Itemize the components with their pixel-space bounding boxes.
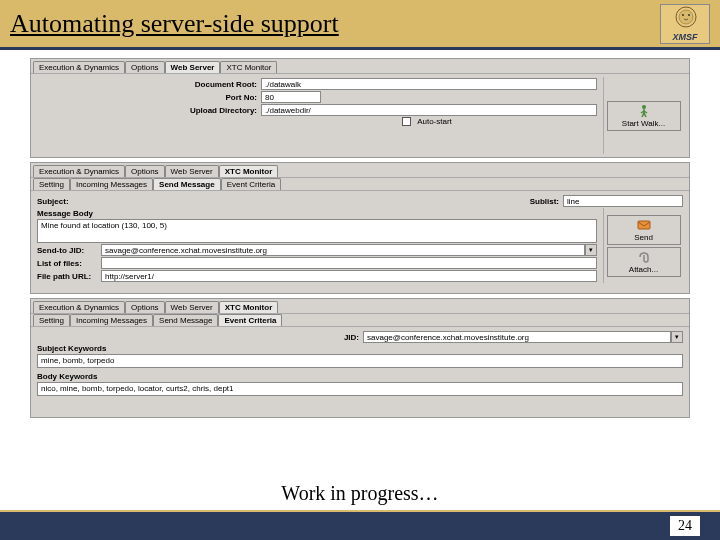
svg-point-4 xyxy=(642,105,646,109)
upload-field[interactable]: ./datawebdir/ xyxy=(261,104,597,116)
slide-footer: 24 xyxy=(0,510,720,540)
tabs-row-2: Execution & Dynamics Options Web Server … xyxy=(31,163,689,177)
sublist-field[interactable]: line xyxy=(563,195,683,207)
panel-event-criteria: Execution & Dynamics Options Web Server … xyxy=(30,298,690,418)
sendto-field[interactable]: savage@conference.xchat.movesinstitute.o… xyxy=(101,244,585,256)
files-field[interactable] xyxy=(101,257,597,269)
tab-exec-dynamics[interactable]: Execution & Dynamics xyxy=(33,61,125,73)
tab3-options[interactable]: Options xyxy=(125,301,165,313)
panels-area: Execution & Dynamics Options Web Server … xyxy=(0,50,720,480)
start-walk-button[interactable]: Start Walk... xyxy=(607,101,681,131)
tabs-row-1: Execution & Dynamics Options Web Server … xyxy=(31,59,689,73)
page-number: 24 xyxy=(670,516,700,536)
subj-kw-field[interactable]: mine, bomb, torpedo xyxy=(37,354,683,368)
subtab3-event-criteria[interactable]: Event Criteria xyxy=(218,314,282,326)
tab2-xtc-monitor[interactable]: XTC Monitor xyxy=(219,165,279,177)
tab-web-server[interactable]: Web Server xyxy=(165,61,221,73)
caption: Work in progress… xyxy=(0,482,720,505)
logo-text: XMSF xyxy=(672,32,697,42)
subtab3-send-message[interactable]: Send Message xyxy=(153,314,218,326)
logo: XMSF xyxy=(660,4,710,44)
msg-body-field[interactable]: Mine found at location (130, 100, 5) xyxy=(37,219,597,243)
svg-rect-5 xyxy=(638,221,650,229)
subtab-incoming[interactable]: Incoming Messages xyxy=(70,178,153,190)
walk-icon xyxy=(635,104,653,118)
sendto-label: Send-to JID: xyxy=(37,246,97,255)
port-field[interactable]: 80 xyxy=(261,91,321,103)
attach-button[interactable]: Attach... xyxy=(607,247,681,277)
filepath-label: File path URL: xyxy=(37,272,97,281)
body-kw-field[interactable]: nico, mine, bomb, torpedo, locator, curt… xyxy=(37,382,683,396)
jid-field[interactable]: savage@conference.xchat.movesinstitute.o… xyxy=(363,331,671,343)
port-label: Port No: xyxy=(177,93,257,102)
filepath-field[interactable]: http://server1/ xyxy=(101,270,597,282)
subtabs-row-2: Setting Incoming Messages Send Message E… xyxy=(31,177,689,190)
doc-root-label: Document Root: xyxy=(177,80,257,89)
svg-point-1 xyxy=(679,10,693,24)
send-icon xyxy=(635,218,653,232)
svg-point-3 xyxy=(688,14,690,16)
sendto-dropdown-icon[interactable]: ▾ xyxy=(585,244,597,256)
svg-point-2 xyxy=(682,14,684,16)
subject-label: Subject: xyxy=(37,197,87,206)
subtab-setting[interactable]: Setting xyxy=(33,178,70,190)
files-label: List of files: xyxy=(37,259,97,268)
subtab-event-criteria[interactable]: Event Criteria xyxy=(221,178,281,190)
body-kw-label: Body Keywords xyxy=(37,372,683,381)
tab-options[interactable]: Options xyxy=(125,61,165,73)
subtab3-incoming[interactable]: Incoming Messages xyxy=(70,314,153,326)
msg-body-label: Message Body xyxy=(37,209,597,218)
jid-label: JID: xyxy=(344,333,359,342)
tab2-options[interactable]: Options xyxy=(125,165,165,177)
tab3-exec-dynamics[interactable]: Execution & Dynamics xyxy=(33,301,125,313)
tab-xtc-monitor[interactable]: XTC Monitor xyxy=(220,61,277,73)
tab3-web-server[interactable]: Web Server xyxy=(165,301,219,313)
slide-title: Automating server-side support xyxy=(10,9,339,39)
auto-start-label: Auto-start xyxy=(417,117,452,126)
upload-label: Upload Directory: xyxy=(177,106,257,115)
lion-icon xyxy=(666,5,706,33)
tab2-web-server[interactable]: Web Server xyxy=(165,165,219,177)
subtabs-row-3: Setting Incoming Messages Send Message E… xyxy=(31,313,689,326)
attach-icon xyxy=(635,250,653,264)
tab3-xtc-monitor[interactable]: XTC Monitor xyxy=(219,301,279,313)
auto-start-checkbox[interactable] xyxy=(402,117,411,126)
sublist-label: Sublist: xyxy=(530,197,559,206)
tabs-row-3: Execution & Dynamics Options Web Server … xyxy=(31,299,689,313)
send-button[interactable]: Send xyxy=(607,215,681,245)
panel-web-server: Execution & Dynamics Options Web Server … xyxy=(30,58,690,158)
jid-dropdown-icon[interactable]: ▾ xyxy=(671,331,683,343)
doc-root-field[interactable]: ./datawalk xyxy=(261,78,597,90)
subtab-send-message[interactable]: Send Message xyxy=(153,178,221,190)
panel-send-message: Execution & Dynamics Options Web Server … xyxy=(30,162,690,294)
slide-header: Automating server-side support XMSF xyxy=(0,0,720,50)
tab2-exec-dynamics[interactable]: Execution & Dynamics xyxy=(33,165,125,177)
subtab3-setting[interactable]: Setting xyxy=(33,314,70,326)
subj-kw-label: Subject Keywords xyxy=(37,344,683,353)
